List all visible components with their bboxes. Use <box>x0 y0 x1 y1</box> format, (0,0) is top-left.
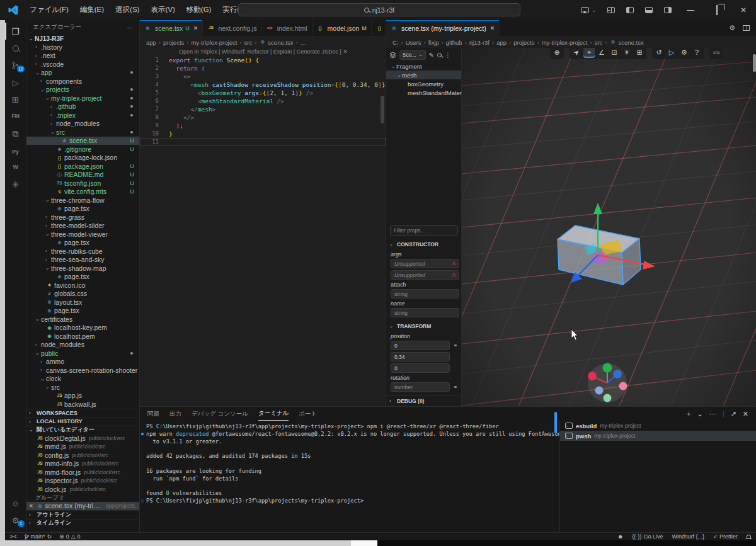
tree-item[interactable]: vite.config.mtsU <box>26 188 139 196</box>
undo-tool-icon[interactable]: ↺ <box>653 48 665 58</box>
settings-tool-icon[interactable]: ⚙ <box>679 48 690 58</box>
panel-action-icon[interactable]: ⌄ <box>697 410 702 418</box>
tree-item[interactable]: tsconfig.jsonU <box>26 179 139 188</box>
rotation-input[interactable]: number <box>391 382 450 392</box>
close-icon[interactable]: ✕ <box>29 503 35 509</box>
position-z-input[interactable]: 0 <box>391 363 450 373</box>
cursor-tool-icon[interactable]: ➤ <box>568 48 584 60</box>
play-tool-icon[interactable]: ▷ <box>666 48 677 58</box>
tree-item[interactable]: ›.github <box>26 103 139 111</box>
open-editor-active[interactable]: ✕ scene.tsx (my-triplex-project) app\pro… <box>26 502 139 511</box>
tree-item[interactable]: ⌄src <box>26 128 139 137</box>
breadcrumb-item[interactable]: my-triplex-project <box>542 39 588 46</box>
explorer-icon[interactable] <box>5 23 26 40</box>
terminal-output[interactable]: PS C:\Users\fixjp\github\nj13-r3f\app\pr… <box>146 423 556 505</box>
tree-item[interactable]: ⌄certificates <box>26 315 139 324</box>
tree-item[interactable]: ›.triplex <box>26 111 139 120</box>
filter-props-input[interactable]: Filter props... <box>390 225 458 236</box>
panel-tab-デバッグ コンソール[interactable]: デバッグ コンソール <box>192 407 248 421</box>
breadcrumb-item[interactable]: github <box>446 39 462 46</box>
breadcrumb-item[interactable]: scene.tsx <box>619 39 644 46</box>
tree-item[interactable]: favicon.ico <box>26 281 139 290</box>
tree-item[interactable]: ›three-rubiks-cube <box>26 247 139 256</box>
run-debug-icon[interactable] <box>5 74 26 91</box>
breadcrumb-preview[interactable]: C:›Users›fixjp›github›nj13-r3f›app›proje… <box>386 37 756 48</box>
editor-scrollbar[interactable] <box>381 96 384 123</box>
tree-item[interactable]: package.jsonU <box>26 162 139 171</box>
viewport-scrollbar[interactable] <box>753 54 756 72</box>
terminal-list-item[interactable]: ›pwshmy-triplex-project <box>560 431 756 441</box>
tab-index.html[interactable]: index.html <box>262 20 312 36</box>
link-icon[interactable]: ⚭ <box>452 384 459 390</box>
tree-item[interactable]: ⌄clock <box>26 375 139 384</box>
tree-item[interactable]: ⌄three-chroma-flow <box>26 196 139 205</box>
tree-item[interactable]: page.tsx <box>26 205 139 213</box>
breadcrumb-item[interactable]: projects <box>163 39 184 46</box>
section-open-editors[interactable]: ⌄ 開いているエディター <box>26 426 139 435</box>
translate-tool-icon[interactable]: ⌖ <box>583 48 595 58</box>
kebab-menu-icon[interactable]: ⋮ <box>445 52 451 59</box>
tree-item[interactable]: backwall.js <box>26 400 139 409</box>
remote-preview-icon[interactable] <box>5 125 26 142</box>
tree-item[interactable]: ⌄public <box>26 349 139 358</box>
section-timeline[interactable]: › タイムライン <box>26 519 139 528</box>
3d-viewport[interactable]: ⊕➤⌖∠⊡☀⊞↺▷⚙?▭ <box>462 48 756 406</box>
breadcrumb-item[interactable]: app <box>496 39 507 46</box>
breadcrumb-item[interactable]: C: <box>392 39 399 46</box>
minimize-button[interactable]: — <box>683 6 698 14</box>
tree-item[interactable]: ›.next <box>26 52 139 60</box>
tree-item[interactable]: ⌄my-triplex-project <box>26 94 139 103</box>
tree-item[interactable]: ›three-grass <box>26 213 139 222</box>
breadcrumb-item[interactable]: my-triplex-project <box>191 39 237 46</box>
help-tool-icon[interactable]: ? <box>691 48 702 58</box>
split-editor-icon[interactable] <box>743 25 750 31</box>
scene-select-dropdown[interactable]: Sce... ⌄ <box>399 50 426 60</box>
tree-item[interactable]: app.js <box>26 392 139 401</box>
tree-item[interactable]: ⌄projects <box>26 86 139 94</box>
sidebar-more-icon[interactable]: ⋯ <box>127 24 134 31</box>
toggle-secondary-sidebar-icon[interactable] <box>664 7 672 13</box>
tab-scene-preview[interactable]: scene.tsx (my-triplex-project) ✕ <box>386 20 500 36</box>
account-icon[interactable] <box>5 494 26 511</box>
section-workspaces[interactable]: › WORKSPACES <box>26 409 139 418</box>
notifications-bell[interactable] <box>747 535 751 538</box>
breadcrumb-item[interactable]: scene.tsx <box>268 39 293 46</box>
open-editor-item[interactable]: clock.jspublic\clock\src <box>26 485 139 494</box>
tree-item[interactable]: ›three-model-slider <box>26 222 139 230</box>
tree-item[interactable]: page.tsx <box>26 239 139 247</box>
windsurf-status[interactable]: Windsurf {...} <box>672 533 704 540</box>
open-editor-item[interactable]: mmd.jspublic\clock\src <box>26 443 139 452</box>
extensions-icon[interactable] <box>5 91 26 108</box>
link-icon[interactable]: ⚭ <box>452 343 459 349</box>
scene-tree-item[interactable]: boxGeometry <box>386 79 461 88</box>
menu-item[interactable]: 編集(E) <box>74 3 110 17</box>
tree-item[interactable]: ›components <box>26 77 139 86</box>
customize-layout-icon[interactable] <box>607 7 615 13</box>
panel-tab-ターミナル[interactable]: ターミナル <box>258 407 289 421</box>
breadcrumb-item[interactable]: fixjp <box>428 39 439 46</box>
tree-item[interactable]: README.mdU <box>26 171 139 179</box>
tree-item[interactable]: .gitignoreU <box>26 145 139 154</box>
breadcrumb-item[interactable]: … <box>301 39 307 46</box>
openai-icon[interactable] <box>5 176 26 193</box>
tree-item[interactable]: page.tsx <box>26 307 139 316</box>
workspace-root[interactable]: ⌄ NJ13-R3F <box>26 34 139 43</box>
tab-model.json[interactable]: model.jsonM <box>312 20 372 36</box>
panel-action-icon[interactable]: ✕ <box>743 410 748 418</box>
breadcrumb-item[interactable]: Users <box>406 39 421 46</box>
section-outline[interactable]: › アウトライン <box>26 510 139 519</box>
position-x-input[interactable]: 0 <box>391 341 450 350</box>
tree-item[interactable]: ⌄src <box>26 383 139 392</box>
panel-action-icon[interactable]: + <box>687 410 690 418</box>
code-editor[interactable]: 1export function Scene() {2 return (3 <>… <box>140 56 386 146</box>
breadcrumb-item[interactable]: app <box>146 39 156 46</box>
breadcrumb-item[interactable]: projects <box>513 39 534 46</box>
problems-status[interactable]: ⊗0 △0 <box>59 533 81 540</box>
camera-tool-icon[interactable]: ⊞ <box>634 48 645 58</box>
transform-section[interactable]: ⌄ TRANSFORM <box>386 321 462 331</box>
tree-item[interactable]: localhost.pem <box>26 332 139 341</box>
name-input[interactable]: string <box>391 308 459 317</box>
section-local-history[interactable]: › LOCAL HISTORY <box>26 417 139 426</box>
terminal-list-item[interactable]: ›esbuildmy-triplex-project <box>560 421 756 431</box>
tree-item[interactable]: ›ammo <box>26 358 139 367</box>
